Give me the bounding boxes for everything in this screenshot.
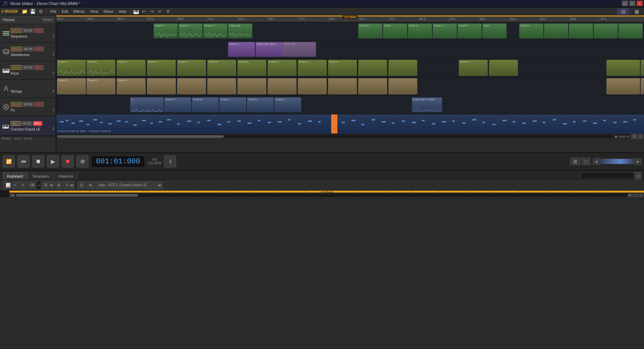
clip-keys-12[interactable] bbox=[388, 60, 417, 76]
undo-button[interactable]: ↩ bbox=[140, 8, 148, 15]
clip-keys-7[interactable]: Chart H... bbox=[237, 60, 266, 76]
quantize-button[interactable]: Q bbox=[78, 182, 85, 189]
settings-transport-button[interactable]: ⚙ bbox=[76, 155, 89, 167]
record-button[interactable]: ⏺ bbox=[62, 155, 74, 167]
clip-str-8[interactable] bbox=[268, 78, 297, 94]
steeldrums-rec[interactable]: REC bbox=[35, 47, 44, 51]
clip-seq-11[interactable]: Chart H... bbox=[519, 23, 543, 38]
zoom-plus-button[interactable]: ► bbox=[635, 158, 641, 165]
stop-button[interactable]: ⏹ bbox=[32, 155, 44, 167]
clip-str-6[interactable] bbox=[207, 78, 236, 94]
pencil-tool[interactable]: ✏ bbox=[19, 182, 27, 189]
clip-keys-4[interactable]: Chart H... bbox=[147, 60, 176, 76]
tab-keyboard[interactable]: Keyboard bbox=[3, 172, 27, 180]
redo-button[interactable]: ↪ bbox=[148, 8, 156, 15]
tab-templates[interactable]: Templates bbox=[28, 172, 53, 180]
clip-fx-1[interactable]: C... bbox=[130, 97, 164, 112]
fx-solo[interactable]: SOLO bbox=[11, 102, 22, 107]
options-button[interactable]: ⚙ bbox=[37, 8, 45, 15]
clip-seq-15[interactable] bbox=[619, 23, 643, 38]
clip-str-10[interactable] bbox=[328, 78, 357, 94]
clip-fx-3[interactable]: Chart H... bbox=[192, 97, 219, 112]
sequence-rec[interactable]: REC bbox=[35, 28, 44, 33]
scroll-track[interactable] bbox=[57, 135, 612, 138]
clip-seq-3[interactable]: Chart H... bbox=[203, 23, 227, 38]
piano-roll-grid[interactable]: 110 Bars 10:4 11:1 11:2 11:3 11:4 12:1 1… bbox=[9, 191, 644, 197]
clip-seq-12[interactable] bbox=[544, 23, 568, 38]
clip-steel-3[interactable]: Chart Hat bbox=[282, 42, 316, 57]
clip-seq-10[interactable]: Char... bbox=[482, 23, 506, 38]
menu-file[interactable]: File bbox=[48, 9, 59, 14]
clip-str-3[interactable]: Chart H... bbox=[117, 78, 146, 94]
clip-keys-6[interactable]: Chart H... bbox=[207, 60, 236, 76]
quant-select[interactable]: # bbox=[63, 182, 75, 189]
pr-scroll-thumb[interactable] bbox=[16, 194, 138, 197]
clip-keys-9[interactable]: Chart H... bbox=[298, 60, 327, 76]
menu-view[interactable]: View bbox=[87, 9, 101, 14]
maximize-button[interactable]: □ bbox=[629, 1, 635, 6]
steeldrums-solo[interactable]: SOLO bbox=[11, 47, 22, 51]
clip-keys-10[interactable]: Chart H... bbox=[328, 60, 357, 76]
clip-steel-2[interactable]: Chart Hits Steel... bbox=[256, 42, 282, 57]
clip-fx-2[interactable]: Chart H... bbox=[164, 97, 191, 112]
concert-solo[interactable]: SoLo bbox=[11, 121, 20, 126]
zoom-view-button[interactable]: □ bbox=[638, 134, 643, 139]
clip-keys-3[interactable]: Chart H... bbox=[117, 60, 146, 76]
scroll-right-button[interactable]: ► bbox=[628, 194, 633, 197]
clip-seq-4[interactable]: Chart Hat bbox=[228, 23, 252, 38]
clip-seq-9[interactable]: Chart H... bbox=[458, 23, 482, 38]
minimize-button[interactable]: — bbox=[622, 1, 628, 6]
clip-keys-8[interactable]: Chart H... bbox=[268, 60, 297, 76]
zoom-slider[interactable] bbox=[600, 159, 634, 164]
scroll-thumb[interactable] bbox=[57, 135, 224, 138]
loop-button[interactable]: 🔁 bbox=[3, 155, 15, 167]
clip-fx-6[interactable]: Chart H... bbox=[274, 97, 301, 112]
concert-rec[interactable]: REC bbox=[33, 121, 42, 126]
clip-str-9[interactable] bbox=[298, 78, 327, 94]
clip-str-5[interactable] bbox=[177, 78, 206, 94]
track-row-concert[interactable]: Concert Grand LE: MIDI →Concert Grand LE bbox=[56, 114, 644, 134]
clip-str-12[interactable] bbox=[388, 78, 417, 94]
clip-str-14[interactable] bbox=[641, 78, 644, 94]
zoom-left-pr[interactable]: - bbox=[633, 194, 638, 197]
save-button[interactable]: 💾 bbox=[29, 8, 37, 15]
zoom-right-pr[interactable]: + bbox=[639, 194, 643, 197]
view-mode-1[interactable]: ▤ bbox=[617, 8, 629, 15]
menu-edit[interactable]: Edit bbox=[59, 9, 71, 14]
clip-str-1[interactable]: Chart H... bbox=[57, 78, 86, 94]
instrument-select[interactable]: Instr.: VSTi 1: Concert Grand LE bbox=[96, 182, 163, 189]
search-input[interactable] bbox=[581, 172, 635, 179]
clip-keys-15[interactable] bbox=[606, 60, 640, 76]
clip-seq-14[interactable] bbox=[594, 23, 618, 38]
clip-str-13[interactable] bbox=[606, 78, 640, 94]
menu-effects[interactable]: Effects bbox=[71, 9, 87, 14]
clip-fx-7[interactable]: Chart Hits Fx.HDP... bbox=[412, 97, 442, 112]
fit-view-button[interactable]: □ bbox=[582, 158, 590, 165]
concert-clip-full[interactable]: Concert Grand LE: MIDI →Concert Grand LE bbox=[56, 114, 644, 134]
steeldrums-mute[interactable]: MUTE bbox=[22, 47, 34, 51]
clip-seq-6[interactable]: Chart ... bbox=[383, 23, 407, 38]
resolution-select[interactable]: 321684 bbox=[41, 182, 54, 189]
track-row-steeldrums[interactable]: Chart H... Chart Hits Steel... Chart Hat bbox=[56, 41, 644, 59]
quant-left[interactable]: ⊞ bbox=[55, 182, 62, 189]
clip-seq-7[interactable]: Chart H... bbox=[408, 23, 432, 38]
search-close-button[interactable]: ✕ bbox=[635, 172, 641, 180]
rewind-button[interactable]: ⏮ bbox=[17, 155, 30, 167]
sequence-solo[interactable]: SOLO bbox=[11, 28, 22, 33]
eraser-tool[interactable]: ⌫ bbox=[28, 182, 35, 189]
concert-mute[interactable]: MUTE bbox=[21, 121, 33, 126]
keys-mute[interactable]: MUTE bbox=[22, 65, 34, 70]
zoom-fit-button[interactable]: ⊡ bbox=[631, 134, 637, 139]
fx-mute[interactable]: MUTE bbox=[22, 102, 34, 107]
clip-keys-14[interactable] bbox=[489, 60, 518, 76]
menu-help[interactable]: Help bbox=[116, 9, 129, 14]
close-project-button[interactable]: ✕ bbox=[164, 8, 172, 15]
clip-keys-5[interactable]: Chart H... bbox=[177, 60, 206, 76]
view-mode-2[interactable]: ▦ bbox=[631, 8, 643, 15]
track-row-sequence[interactable]: Chart H... Chart H... Chart H... Chart H… bbox=[56, 22, 644, 41]
fx-rec[interactable]: REC bbox=[35, 102, 44, 107]
clip-str-11[interactable] bbox=[358, 78, 387, 94]
clip-steel-1[interactable]: Chart H... bbox=[228, 42, 255, 57]
midi-button[interactable]: 🎹 bbox=[132, 8, 140, 15]
track-row-fx[interactable]: C... Chart H... Chart H... Chart H... Ch… bbox=[56, 96, 644, 114]
